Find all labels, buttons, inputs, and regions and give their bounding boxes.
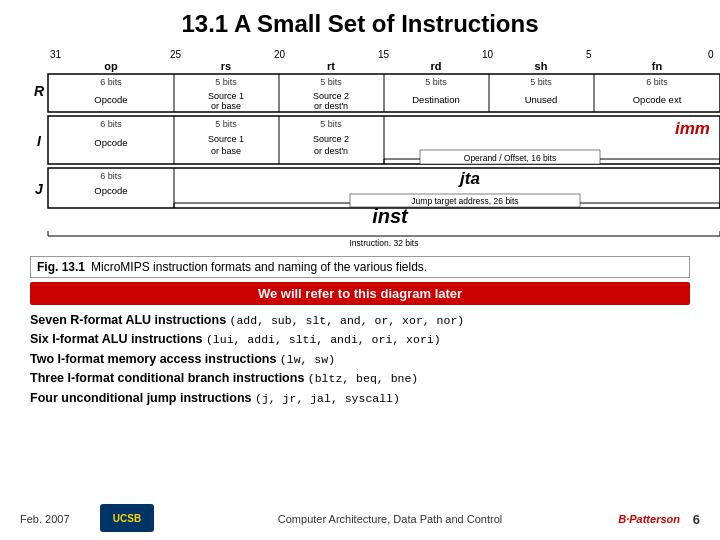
svg-text:5 bits: 5 bits bbox=[320, 77, 342, 87]
svg-text:15: 15 bbox=[378, 49, 390, 60]
svg-text:Opcode: Opcode bbox=[94, 137, 127, 148]
svg-text:Instruction, 32 bits: Instruction, 32 bits bbox=[350, 238, 419, 246]
svg-text:Source 2: Source 2 bbox=[313, 91, 349, 101]
svg-text:20: 20 bbox=[274, 49, 286, 60]
svg-text:or dest'n: or dest'n bbox=[314, 146, 348, 156]
svg-text:Unused: Unused bbox=[525, 94, 558, 105]
svg-text:jta: jta bbox=[458, 169, 480, 188]
diagram-area: 31 25 20 15 10 5 0 op rs rt rd sh fn R bbox=[30, 46, 690, 250]
page: 13.1 A Small Set of Instructions 31 25 2… bbox=[0, 0, 720, 540]
svg-text:I: I bbox=[37, 133, 42, 149]
instruction-diagram: 31 25 20 15 10 5 0 op rs rt rd sh fn R bbox=[30, 46, 720, 246]
svg-text:Opcode: Opcode bbox=[94, 94, 127, 105]
item-detail: (lw, sw) bbox=[280, 353, 335, 366]
list-item: Seven R-format ALU instructions (add, su… bbox=[30, 311, 690, 330]
fig-num: Fig. 13.1 bbox=[37, 260, 85, 274]
svg-text:5: 5 bbox=[586, 49, 592, 60]
svg-text:Opcode ext: Opcode ext bbox=[633, 94, 682, 105]
svg-text:Operand / Offset, 16 bits: Operand / Offset, 16 bits bbox=[464, 153, 556, 163]
svg-text:6 bits: 6 bits bbox=[100, 77, 122, 87]
svg-text:rs: rs bbox=[221, 60, 231, 72]
svg-text:sh: sh bbox=[535, 60, 548, 72]
svg-text:31: 31 bbox=[50, 49, 62, 60]
fig-caption-text: MicroMIPS instruction formats and naming… bbox=[91, 260, 427, 274]
svg-text:5 bits: 5 bits bbox=[320, 119, 342, 129]
svg-text:inst: inst bbox=[372, 205, 409, 227]
svg-text:op: op bbox=[104, 60, 118, 72]
svg-text:5 bits: 5 bits bbox=[215, 119, 237, 129]
svg-text:6 bits: 6 bits bbox=[100, 171, 122, 181]
svg-text:Source 1: Source 1 bbox=[208, 91, 244, 101]
svg-text:5 bits: 5 bits bbox=[530, 77, 552, 87]
item-detail: (bltz, beq, bne) bbox=[308, 372, 418, 385]
ucsb-logo: UCSB bbox=[100, 504, 154, 532]
footer-logo: UCSB bbox=[100, 504, 160, 534]
list-item: Six I-format ALU instructions (lui, addi… bbox=[30, 330, 690, 349]
svg-text:rd: rd bbox=[431, 60, 442, 72]
footer-center-text: Computer Architecture, Data Path and Con… bbox=[170, 513, 610, 525]
svg-text:Opcode: Opcode bbox=[94, 185, 127, 196]
page-title: 13.1 A Small Set of Instructions bbox=[20, 10, 700, 38]
item-prefix: Six I-format ALU instructions bbox=[30, 332, 206, 346]
svg-text:imm: imm bbox=[675, 119, 710, 138]
svg-text:J: J bbox=[35, 181, 44, 197]
list-item: Three I-format conditional branch instru… bbox=[30, 369, 690, 388]
footer-date: Feb. 2007 bbox=[20, 513, 100, 525]
svg-text:6 bits: 6 bits bbox=[646, 77, 668, 87]
svg-text:10: 10 bbox=[482, 49, 494, 60]
svg-text:6 bits: 6 bits bbox=[100, 119, 122, 129]
svg-text:or dest'n: or dest'n bbox=[314, 101, 348, 111]
list-item: Four unconditional jump instructions (j,… bbox=[30, 389, 690, 408]
svg-text:5 bits: 5 bits bbox=[215, 77, 237, 87]
fig-caption: Fig. 13.1 MicroMIPS instruction formats … bbox=[30, 256, 690, 278]
svg-text:Jump target address, 26 bits: Jump target address, 26 bits bbox=[411, 196, 518, 206]
instructions-list: Seven R-format ALU instructions (add, su… bbox=[30, 311, 690, 408]
svg-text:rt: rt bbox=[327, 60, 335, 72]
item-detail: (j, jr, jal, syscall) bbox=[255, 392, 400, 405]
svg-text:5 bits: 5 bits bbox=[425, 77, 447, 87]
footer: Feb. 2007 UCSB Computer Architecture, Da… bbox=[0, 504, 720, 534]
list-item: Two I-format memory access instructions … bbox=[30, 350, 690, 369]
svg-text:or base: or base bbox=[211, 101, 241, 111]
brand-name: B·Patterson bbox=[618, 513, 680, 525]
highlight-banner: We will refer to this diagram later bbox=[30, 282, 690, 305]
footer-brand-logo: B·Patterson bbox=[610, 513, 680, 525]
svg-text:25: 25 bbox=[170, 49, 182, 60]
item-prefix: Four unconditional jump instructions bbox=[30, 391, 255, 405]
svg-text:Source 2: Source 2 bbox=[313, 134, 349, 144]
item-detail: (lui, addi, slti, andi, ori, xori) bbox=[206, 333, 441, 346]
footer-page: 6 bbox=[680, 512, 700, 527]
svg-text:Destination: Destination bbox=[412, 94, 460, 105]
item-prefix: Seven R-format ALU instructions bbox=[30, 313, 230, 327]
svg-text:Source 1: Source 1 bbox=[208, 134, 244, 144]
svg-text:fn: fn bbox=[652, 60, 663, 72]
svg-text:or base: or base bbox=[211, 146, 241, 156]
item-detail: (add, sub, slt, and, or, xor, nor) bbox=[230, 314, 465, 327]
item-prefix: Three I-format conditional branch instru… bbox=[30, 371, 308, 385]
svg-text:R: R bbox=[34, 83, 45, 99]
svg-text:0: 0 bbox=[708, 49, 714, 60]
logo-text: UCSB bbox=[113, 513, 141, 524]
item-prefix: Two I-format memory access instructions bbox=[30, 352, 280, 366]
